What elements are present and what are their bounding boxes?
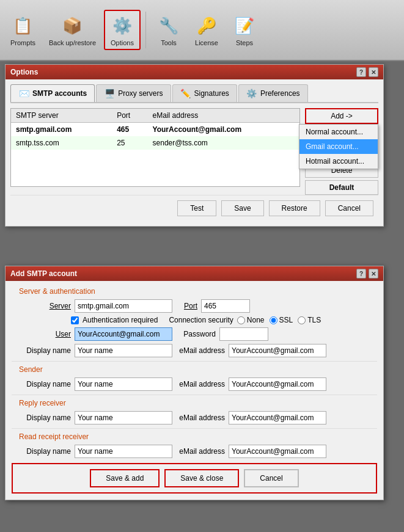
titlebar-buttons: ? ✕ [356,67,378,77]
prompts-icon: 📋 [10,13,35,38]
close-btn[interactable]: ✕ [369,67,378,77]
read-receipt-display-label: Display name [19,447,71,456]
toolbar-backup-btn[interactable]: 📦 Back up/restore [43,10,101,49]
tab-proxy[interactable]: 🖥️ Proxy servers [96,84,171,102]
col-port: Port [112,109,147,123]
toolbar-prompts-btn[interactable]: 📋 Prompts [5,10,41,49]
divider-1 [12,361,377,362]
default-button[interactable]: Default [305,180,378,195]
hotmail-account-item[interactable]: Hotmail account... [299,154,378,169]
toolbar-tools-btn[interactable]: 🔧 Tools [151,10,186,49]
save-add-button[interactable]: Save & add [90,469,160,487]
display-name-input[interactable] [75,344,172,357]
add-menu-container: Add -> Normal account... Gmail account..… [305,108,378,124]
options-titlebar: Options ? ✕ [6,65,383,79]
toolbar-steps-btn[interactable]: 📝 Steps [227,10,262,49]
radio-none-option[interactable]: None [237,316,265,324]
cell-port: 25 [112,136,147,150]
add-smtp-dialog: Add SMTP account ? ✕ Server & authentica… [5,266,384,500]
backup-label: Back up/restore [49,39,96,46]
cell-email: sender@tss.com [148,136,299,150]
sender-display-row: Display name eMail address [19,377,370,391]
radio-tls-option[interactable]: TLS [298,316,321,324]
tab-signatures[interactable]: ✏️ Signatures [172,84,237,102]
server-input[interactable] [75,299,172,313]
steps-label: Steps [236,39,253,46]
add-smtp-titlebar: Add SMTP account ? ✕ [6,266,383,281]
test-button[interactable]: Test [177,200,216,216]
read-receipt-display-input[interactable] [75,445,172,458]
cell-server: smtp.gmail.com [11,123,112,137]
smtp-action-buttons: Add -> Normal account... Gmail account..… [305,108,378,195]
auth-row: Authentication required Connection secur… [19,316,370,324]
reply-section: Reply receiver Display name eMail addres… [12,399,377,425]
divider-2 [12,395,377,395]
options-dialog: Options ? ✕ ✉️ SMTP accounts 🖥️ Proxy se… [5,64,384,227]
license-icon: 🔑 [194,13,219,38]
port-input[interactable] [201,299,250,313]
read-receipt-section: Read receipt receiver Display name eMail… [12,432,377,458]
proxy-tab-label: Proxy servers [118,89,163,98]
divider-3 [12,428,377,429]
add-smtp-close-btn[interactable]: ✕ [369,269,378,279]
password-label: Password [176,330,216,338]
display-name-label: Display name [19,346,71,355]
email-addr-input[interactable] [229,344,326,357]
password-input[interactable] [219,327,268,341]
sender-email-input[interactable] [229,377,326,391]
reply-display-label: Display name [19,414,71,422]
user-label: User [19,330,71,338]
tab-smtp[interactable]: ✉️ SMTP accounts [10,84,95,102]
sender-title: Sender [19,365,370,374]
server-auth-section: Server & authentication Server Port Auth… [12,287,377,357]
cell-email: YourAccount@gmail.com [148,123,299,137]
radio-none[interactable] [237,316,245,324]
cell-server: smtp.tss.com [11,136,112,150]
smtp-table-area: SMTP server Port eMail address smtp.gmai… [10,108,300,195]
sender-display-input[interactable] [75,377,172,391]
signatures-tab-label: Signatures [194,89,229,98]
port-label: Port [176,302,197,310]
auth-checkbox[interactable] [71,316,79,324]
table-row[interactable]: smtp.gmail.com 465 YourAccount@gmail.com [11,123,299,137]
cell-port: 465 [112,123,147,137]
radio-ssl[interactable] [270,316,277,324]
restore-button[interactable]: Restore [269,200,320,216]
save-close-button[interactable]: Save & close [164,469,239,487]
save-button[interactable]: Save [221,200,263,216]
radio-tls-label: TLS [307,316,321,324]
cancel-button[interactable]: Cancel [325,200,373,216]
add-smtp-help-btn[interactable]: ? [356,269,366,279]
normal-account-item[interactable]: Normal account... [299,125,378,139]
reply-email-input[interactable] [229,411,326,425]
options-title: Options [10,68,38,76]
add-smtp-titlebar-buttons: ? ✕ [356,269,378,279]
smtp-table-container: SMTP server Port eMail address smtp.gmai… [10,108,300,187]
radio-tls[interactable] [298,316,306,324]
toolbar-options-btn[interactable]: ⚙️ Options [104,10,141,50]
radio-ssl-label: SSL [279,316,293,324]
help-btn[interactable]: ? [356,67,366,77]
user-row: User Password [19,327,370,341]
smtp-table: SMTP server Port eMail address smtp.gmai… [11,109,299,186]
options-icon: ⚙️ [110,13,134,38]
add-smtp-content: Server & authentication Server Port Auth… [6,281,383,500]
tab-preferences[interactable]: ⚙️ Preferences [238,84,308,102]
gmail-account-item[interactable]: Gmail account... [299,139,378,154]
reply-display-input[interactable] [75,411,172,425]
add-smtp-cancel-button[interactable]: Cancel [244,469,298,487]
conn-security-label: Connection security [169,316,233,324]
table-row[interactable]: smtp.tss.com 25 sender@tss.com [11,136,299,150]
add-smtp-footer: Save & add Save & close Cancel [12,463,377,494]
radio-ssl-option[interactable]: SSL [270,316,293,324]
license-label: License [195,39,218,46]
options-content: ✉️ SMTP accounts 🖥️ Proxy servers ✏️ Sig… [6,79,383,226]
email-addr-label: eMail address [176,346,225,355]
sender-email-label: eMail address [176,380,225,388]
toolbar-license-btn[interactable]: 🔑 License [189,10,224,49]
add-button[interactable]: Add -> [305,108,378,124]
read-receipt-email-input[interactable] [229,445,326,458]
display-name-row: Display name eMail address [19,344,370,357]
user-input[interactable] [75,327,172,341]
sender-display-label: Display name [19,380,71,388]
